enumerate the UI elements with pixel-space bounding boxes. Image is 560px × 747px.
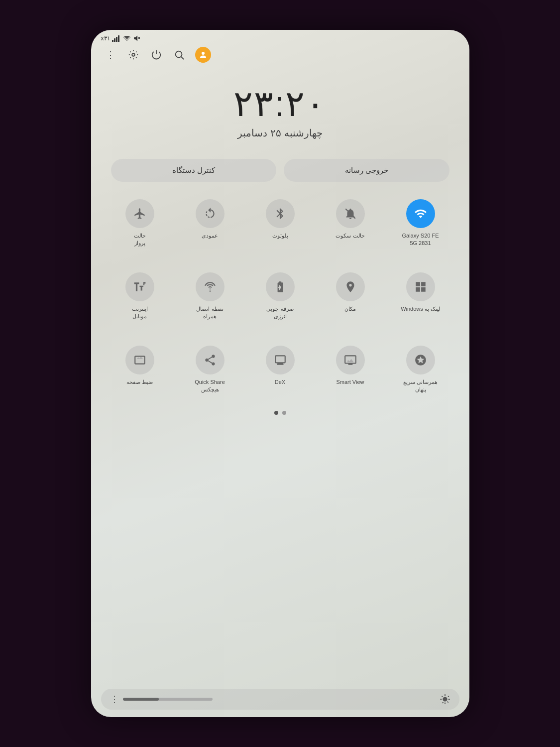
wifi-label: Galaxy S20 FE5G 2831 xyxy=(402,232,439,248)
mobile-internet-icon-bg xyxy=(125,272,154,301)
quick-item-link-windows[interactable]: لینک به Windows xyxy=(387,267,454,326)
page-dots xyxy=(91,406,469,420)
screen-adjust-label: ضبط صفحه xyxy=(126,378,153,386)
device-control-label: کنترل دستگاه xyxy=(172,166,215,175)
svg-rect-1 xyxy=(114,38,115,42)
bottom-left: ⋮ xyxy=(110,694,213,705)
menu-button[interactable]: ⋮ xyxy=(104,48,117,62)
mobile-internet-label: اینترنتموبایل xyxy=(132,305,148,321)
bottom-bar: ⋮ xyxy=(101,689,459,710)
bluetooth-label: بلوتوث xyxy=(272,232,288,240)
smart-view-label: Smart View xyxy=(336,378,364,386)
svg-rect-3 xyxy=(118,35,119,42)
brightness-fill xyxy=(123,698,159,701)
clock-time: ۲۳:۲۰ xyxy=(233,83,326,124)
location-label: مکان xyxy=(344,305,356,313)
quick-controls: کنترل دستگاه خروجی رسانه xyxy=(91,149,469,187)
link-windows-icon-bg xyxy=(406,272,435,301)
brightness-bar[interactable] xyxy=(123,698,213,701)
svg-rect-2 xyxy=(116,37,117,42)
quick-item-portrait[interactable]: عمودی xyxy=(176,194,244,252)
fast-share-label: همرسانی سریعپنهان xyxy=(403,378,438,394)
media-output-pill[interactable]: خروجی رسانه xyxy=(284,159,449,182)
quick-item-quick-share[interactable]: Quick Shareهیچکس xyxy=(176,341,244,399)
quick-item-silent[interactable]: حالت سکوت xyxy=(317,194,384,252)
portrait-icon-bg xyxy=(196,199,224,228)
airplane-icon-bg xyxy=(125,199,154,228)
quick-share-icon-bg xyxy=(196,346,224,374)
quick-settings-row2: اینترنتموبایل نقطه اتصالهمراه صرفه جوییا… xyxy=(91,260,469,333)
dot-2[interactable] xyxy=(282,411,286,415)
device-control-pill[interactable]: کنترل دستگاه xyxy=(111,159,277,182)
quick-item-power-save[interactable]: صرفه جوییانرژی xyxy=(246,267,314,326)
svg-line-8 xyxy=(181,57,184,59)
clock-date: چهارشنبه ۲۵ دسامبر xyxy=(237,127,322,139)
silent-icon-bg xyxy=(336,199,365,228)
power-button[interactable] xyxy=(149,48,163,62)
quick-item-airplane[interactable]: حالتپرواز xyxy=(106,194,174,252)
mute-icon xyxy=(133,35,140,42)
svg-point-6 xyxy=(132,53,135,56)
screen-adjust-icon-bg xyxy=(125,346,154,374)
hotspot-label: نقطه اتصالهمراه xyxy=(196,305,223,321)
dot-1[interactable] xyxy=(274,411,278,415)
dex-icon-bg xyxy=(266,346,295,374)
portrait-label: عمودی xyxy=(202,232,218,240)
status-time: x۳۱ xyxy=(101,35,110,42)
power-save-icon-bg xyxy=(266,272,295,301)
status-bar: x۳۱ xyxy=(91,30,469,44)
svg-point-7 xyxy=(175,51,182,58)
clock-section: ۲۳:۲۰ چهارشنبه ۲۵ دسامبر xyxy=(91,68,469,149)
quick-item-location[interactable]: مکان xyxy=(317,267,384,326)
quick-item-fast-share[interactable]: همرسانی سریعپنهان xyxy=(387,341,454,399)
quick-item-bluetooth[interactable]: بلوتوث xyxy=(246,194,314,252)
silent-label: حالت سکوت xyxy=(336,232,364,240)
svg-rect-0 xyxy=(112,40,113,42)
media-output-label: خروجی رسانه xyxy=(345,166,388,175)
quick-item-hotspot[interactable]: نقطه اتصالهمراه xyxy=(176,267,244,326)
hotspot-icon-bg xyxy=(196,272,224,301)
quick-item-mobile-internet[interactable]: اینترنتموبایل xyxy=(106,267,174,326)
location-icon-bg xyxy=(336,272,365,301)
smart-view-icon-bg xyxy=(336,346,365,374)
quick-item-smart-view[interactable]: Smart View xyxy=(317,341,384,399)
search-button[interactable] xyxy=(172,48,186,62)
svg-point-9 xyxy=(202,52,205,55)
signal-icon xyxy=(112,35,121,42)
quick-share-label: Quick Shareهیچکس xyxy=(195,378,225,394)
top-toolbar: ⋮ xyxy=(91,44,469,68)
quick-settings-row3: ضبط صفحه Quick Shareهیچکس DeX xyxy=(91,333,469,406)
bottom-menu-button[interactable]: ⋮ xyxy=(110,694,119,705)
quick-settings-row1: حالتپرواز عمودی بلوتوث xyxy=(91,187,469,260)
bluetooth-icon-bg xyxy=(266,199,295,228)
quick-item-screen-adjust[interactable]: ضبط صفحه xyxy=(106,341,174,399)
status-left: x۳۱ xyxy=(101,35,140,42)
wifi-status-icon xyxy=(123,35,131,42)
settings-button[interactable] xyxy=(126,48,140,62)
profile-button[interactable] xyxy=(195,47,211,63)
power-save-label: صرفه جوییانرژی xyxy=(266,305,293,321)
quick-item-dex[interactable]: DeX xyxy=(246,341,314,399)
fast-share-icon-bg xyxy=(406,346,435,374)
brightness-icon[interactable] xyxy=(440,694,450,705)
wifi-icon-bg xyxy=(406,199,435,228)
link-windows-label: لینک به Windows xyxy=(401,305,440,313)
dex-label: DeX xyxy=(275,378,285,386)
device-frame: x۳۱ ⋮ xyxy=(91,30,469,717)
quick-item-wifi[interactable]: Galaxy S20 FE5G 2831 xyxy=(387,194,454,252)
airplane-label: حالتپرواز xyxy=(134,232,146,248)
